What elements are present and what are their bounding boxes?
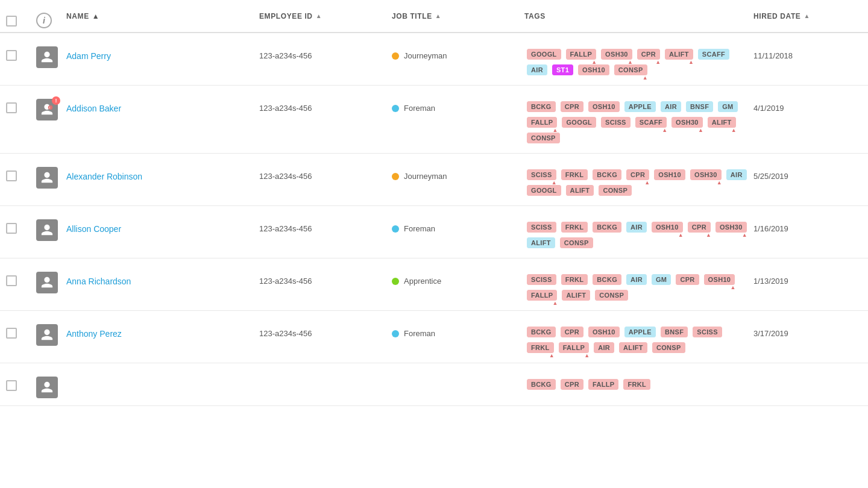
tag: OSH30 <box>601 49 632 60</box>
avatar[interactable] <box>36 167 58 189</box>
hired-date-value: 1/16/2019 <box>753 224 788 233</box>
warning-triangle-icon: ▲ <box>717 180 722 186</box>
tag: FRKL <box>527 342 554 353</box>
tag-wrapper: FALLP▲ <box>526 116 558 129</box>
employee-name-link[interactable]: Addison Baker <box>66 104 121 113</box>
tag: BNSF <box>661 327 688 337</box>
tag: CPR <box>561 379 583 390</box>
tag: BCKG <box>593 274 621 285</box>
tag-wrapper: SCISS▲ <box>526 168 558 181</box>
tag-wrapper: ALIFT▲ <box>706 116 737 129</box>
tag-wrapper: OSH10 <box>653 168 687 181</box>
employee-name-link[interactable]: Anthony Perez <box>66 329 122 339</box>
tag-wrapper: FRKL▲ <box>526 341 555 354</box>
hired-date-value: 3/17/2019 <box>753 329 788 338</box>
tag: GOOGL <box>562 117 596 128</box>
avatar[interactable] <box>36 272 58 293</box>
row-checkbox[interactable] <box>6 223 17 234</box>
tag-wrapper: BNSF <box>659 325 689 339</box>
warning-triangle-icon: ▲ <box>549 353 555 358</box>
hired-date-cell: 3/17/2019 <box>753 318 868 338</box>
tag-wrapper: SCISS <box>526 221 558 234</box>
tag-wrapper: CONSP <box>526 131 561 145</box>
select-all-checkbox[interactable] <box>6 16 17 27</box>
tag: FALLP <box>588 379 618 390</box>
tag-wrapper: BNSF <box>685 100 714 113</box>
tag: APPLE <box>624 101 656 112</box>
row-checkbox[interactable] <box>6 380 17 391</box>
avatar[interactable]: ! <box>36 99 58 120</box>
employee-id-cell: 123-a234s-456 <box>259 318 392 338</box>
warning-triangle-icon: ▲ <box>688 60 694 65</box>
tag-wrapper: ALIFT▲ <box>664 48 694 61</box>
tag-wrapper: CPR <box>559 378 585 391</box>
avatar[interactable] <box>36 377 58 398</box>
avatar-cell <box>36 40 66 68</box>
tag: FRKL <box>561 222 588 233</box>
warning-triangle-icon: ▲ <box>644 180 650 186</box>
avatar-cell <box>36 161 66 189</box>
avatar[interactable] <box>36 219 58 241</box>
employee-id-cell: 123-a234s-456 <box>259 93 392 113</box>
header-name[interactable]: NAME <box>66 12 259 20</box>
tag: OSH30 <box>690 169 722 180</box>
job-title-cell: Apprentice <box>392 266 524 286</box>
tag: CPR <box>626 169 649 180</box>
avatar[interactable] <box>36 324 58 346</box>
table-row: Alexander Robinson123-a234s-456Journeyma… <box>0 154 868 206</box>
sort-jobtitle-icon: ▲ <box>435 13 442 19</box>
tag: FRKL <box>623 379 650 390</box>
employee-id-cell: 123-a234s-456 <box>259 161 392 181</box>
tag-wrapper: ALIFT <box>618 341 649 354</box>
tag: ST1 <box>552 64 573 75</box>
tag: SCISS <box>527 222 556 233</box>
tag: OSH10 <box>578 64 609 75</box>
table-header: i NAME EMPLOYEE ID ▲ JOB TITLE ▲ TAGS HI… <box>0 0 868 33</box>
header-empid[interactable]: EMPLOYEE ID ▲ <box>259 12 392 20</box>
tag-wrapper: SCISS <box>526 273 558 286</box>
employee-name-link[interactable]: Alexander Robinson <box>66 172 142 181</box>
name-cell: Allison Cooper <box>66 213 259 234</box>
tag-wrapper: CONSP▲ <box>613 63 649 77</box>
warning-triangle-icon: ▲ <box>698 128 703 133</box>
tag: CONSP <box>560 237 593 248</box>
tag-wrapper: GM <box>650 273 672 286</box>
employee-name-link[interactable]: Allison Cooper <box>66 224 121 234</box>
tag: GM <box>652 274 671 285</box>
job-title-cell: Foreman <box>392 93 524 113</box>
row-checkbox[interactable] <box>6 102 17 113</box>
employee-name-link[interactable]: Anna Richardson <box>66 277 131 286</box>
employee-name-link[interactable]: Adam Perry <box>66 51 111 61</box>
tag: SCAFF <box>698 49 729 60</box>
header-jobtitle[interactable]: JOB TITLE ▲ <box>392 12 524 20</box>
warning-triangle-icon: ▲ <box>678 233 684 238</box>
tag-wrapper: BCKG <box>526 378 557 391</box>
tags-cell: SCISSFRKLBCKGAIRGMCPROSH10▲FALLP▲ALIFTCO… <box>524 266 753 303</box>
tag: ALIFT <box>562 290 590 301</box>
row-checkbox[interactable] <box>6 170 17 181</box>
job-title-cell: Foreman <box>392 213 524 233</box>
tags-cell: BCKGCPROSH10APPLEAIRBNSFGMFALLP▲GOOGLSCI… <box>524 93 753 146</box>
row-checkbox[interactable] <box>6 328 17 339</box>
tag: OSH10 <box>704 274 735 285</box>
info-icon[interactable]: i <box>36 13 52 28</box>
tag: AIR <box>661 101 681 112</box>
avatar-cell <box>36 266 66 293</box>
tag-wrapper: FALLP▲ <box>526 289 558 302</box>
table-body: Adam Perry123-a234s-456JourneymanGOOGLFA… <box>0 33 868 406</box>
tag: CONSP <box>652 342 685 353</box>
name-cell: Alexander Robinson <box>66 161 259 181</box>
row-checkbox[interactable] <box>6 50 17 61</box>
avatar[interactable] <box>36 46 58 68</box>
row-check-cell <box>6 213 36 234</box>
tags-cell: GOOGLFALLP▲OSH30▲CPR▲ALIFT▲SCAFFAIRST1OS… <box>524 40 753 78</box>
hired-date-cell: 1/16/2019 <box>753 213 868 233</box>
tag: ALIFT <box>665 49 693 60</box>
header-hireddate[interactable]: HIRED DATE ▲ <box>753 12 868 20</box>
tag: AIR <box>626 274 647 285</box>
tag-wrapper: SCAFF <box>697 48 731 61</box>
tag-wrapper: OSH10▲ <box>703 273 737 286</box>
row-checkbox[interactable] <box>6 275 17 286</box>
tag: SCISS <box>693 327 722 337</box>
tag-wrapper: BCKG <box>591 168 623 181</box>
